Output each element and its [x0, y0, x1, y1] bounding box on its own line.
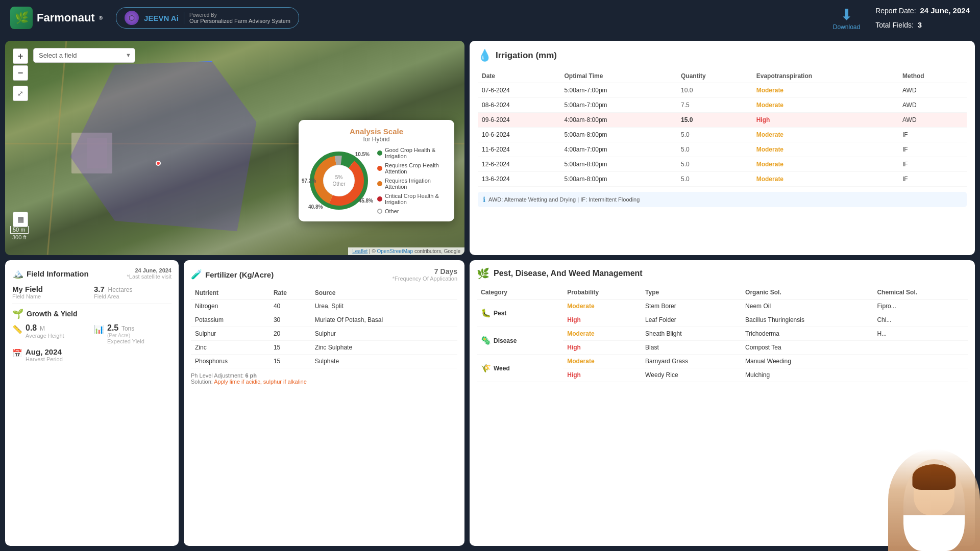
pest-organic: Mulching: [741, 368, 873, 382]
irr-evap: Moderate: [752, 142, 898, 157]
field-overlay: [66, 61, 260, 235]
map-panel: Analysis Scale for Hybrid: [5, 41, 464, 255]
analysis-title: Analysis Scale: [306, 127, 447, 136]
irrigation-header: 💧 Irrigation (mm): [478, 49, 967, 62]
donut-label-97: 97.2%: [302, 178, 316, 184]
irr-date: 07-6-2024: [478, 83, 560, 98]
pest-col-chemical: Chemical Sol.: [873, 286, 968, 299]
pest-icon: 🌿: [477, 267, 489, 280]
field-area-cell: 3.7 Hectares Field Area: [94, 285, 172, 299]
fert-source: Muriate Of Potash, Basal: [311, 313, 457, 327]
pest-panel: 🌿 Pest, Disease, And Weed Management Cat…: [470, 260, 975, 546]
download-icon: ⬇: [840, 6, 853, 23]
advisory-text: Our Personalized Farm Advisory System: [189, 18, 290, 24]
jeevn-text: JEEVN Ai: [144, 14, 179, 22]
pest-col-organic: Organic Sol.: [741, 286, 873, 299]
pest-type: Leaf Folder: [641, 313, 741, 327]
logo-reg: ®: [99, 15, 103, 21]
fert-source: Zinc Sulphate: [311, 341, 457, 355]
map-expand-btn[interactable]: ⤢: [13, 86, 28, 101]
logo-area: 🌿 Farmonaut ®: [10, 7, 103, 29]
irr-method: AWD: [898, 98, 967, 113]
jeevn-icon: ⬡: [125, 11, 139, 25]
irr-qty: 5.0: [677, 157, 752, 172]
powered-by: Powered By: [189, 12, 290, 18]
logo-icon: 🌿: [10, 7, 33, 29]
expected-yield-cell: 📊 2.5 Tons (Per Acre) Expected Yield: [94, 323, 172, 344]
legend-item-1: Good Crop Health & Irrigation: [377, 147, 447, 159]
irr-col-method: Method: [898, 69, 967, 83]
field-info-icon: 🏔️: [12, 268, 23, 279]
fert-freq: 7 Days *Frequency Of Application: [393, 267, 457, 282]
pest-type: Weedy Rice: [641, 368, 741, 382]
pest-chemical: [873, 341, 968, 355]
irr-evap: Moderate: [752, 98, 898, 113]
irr-col-evap: Evapotranspiration: [752, 69, 898, 83]
field-info-panel: 🏔️ Field Information 24 June, 2024 *Last…: [5, 260, 179, 546]
total-fields-label: Total Fields:: [875, 21, 914, 29]
irr-evap: Moderate: [752, 128, 898, 142]
download-area[interactable]: ⬇ Download: [833, 6, 860, 31]
main-content: Analysis Scale for Hybrid: [0, 36, 980, 551]
donut-label-10: 10.5%: [355, 152, 370, 157]
bottom-left: 🏔️ Field Information 24 June, 2024 *Last…: [5, 260, 464, 546]
analysis-legend: Good Crop Health & Irrigation Requires C…: [377, 147, 447, 214]
pest-organic: Neem Oil: [741, 299, 873, 313]
irr-method: IF: [898, 128, 967, 142]
table-row: Phosphorus 15 Sulphate: [191, 355, 457, 368]
legend-item-2: Requires Crop Health Attention: [377, 162, 447, 174]
fert-rate: 30: [270, 313, 311, 327]
fert-nutrient: Sulphur: [191, 327, 270, 341]
legend-item-5: Other: [377, 208, 447, 214]
map-zoom-out[interactable]: −: [13, 65, 28, 81]
irr-date: 10-6-2024: [478, 128, 560, 142]
fert-col-source: Source: [311, 287, 457, 299]
pest-chemical: Chl...: [873, 313, 968, 327]
analysis-popup: Analysis Scale for Hybrid: [299, 120, 454, 221]
pest-type: Sheath Blight: [641, 327, 741, 341]
pest-category: 🌾 Weed: [477, 355, 563, 382]
field-select[interactable]: Select a field: [33, 48, 135, 63]
fert-col-nutrient: Nutrient: [191, 287, 270, 299]
irr-evap: Moderate: [752, 172, 898, 187]
pest-category: 🦠 Disease: [477, 327, 563, 355]
field-name-label: Field Name: [12, 293, 90, 299]
fert-rate: 40: [270, 299, 311, 313]
table-row: 🐛 Pest Moderate Stem Borer Neem Oil Fipr…: [477, 299, 968, 313]
irrigation-icon: 💧: [478, 49, 492, 62]
irrigation-table: Date Optimal Time Quantity Evapotranspir…: [478, 69, 967, 187]
irrigation-panel: 💧 Irrigation (mm) Date Optimal Time Quan…: [470, 41, 975, 255]
pest-chemical: H...: [873, 327, 968, 341]
irr-time: 5:00am-8:00pm: [560, 172, 677, 187]
field-area-label: Field Area: [94, 293, 172, 299]
table-row: Potassium 30 Muriate Of Potash, Basal: [191, 313, 457, 327]
map-layers-btn[interactable]: ▦: [13, 212, 28, 227]
fert-nutrient: Nitrogen: [191, 299, 270, 313]
pest-type: Blast: [641, 341, 741, 355]
field-area-value: 3.7: [94, 285, 105, 293]
pest-type: Barnyard Grass: [641, 355, 741, 368]
pest-chemical: Fipro...: [873, 299, 968, 313]
donut-label-45: 45.8%: [359, 198, 373, 204]
fert-source: Urea, Split: [311, 299, 457, 313]
irr-method: IF: [898, 172, 967, 187]
map-zoom-in[interactable]: +: [13, 48, 28, 64]
fert-rate: 15: [270, 355, 311, 368]
irr-date: 12-6-2024: [478, 157, 560, 172]
expected-yield-label: Expected Yield: [107, 338, 144, 344]
harvest-value: Aug, 2024: [26, 347, 63, 356]
fert-nutrient: Zinc: [191, 341, 270, 355]
report-date-label: Report Date:: [875, 7, 916, 15]
irr-method: AWD: [898, 113, 967, 128]
pest-organic: Compost Tea: [741, 341, 873, 355]
fert-nutrient: Phosphorus: [191, 355, 270, 368]
legend-item-3: Requires Irrigation Attention: [377, 178, 447, 190]
field-select-container[interactable]: Select a field ▼: [33, 48, 135, 63]
avg-height-cell: 📏 0.8 M Average Height: [12, 323, 90, 344]
table-row: 🌾 Weed Moderate Barnyard Grass Manual We…: [477, 355, 968, 368]
irr-date: 13-6-2024: [478, 172, 560, 187]
ph-note: Ph Level Adjustment: 6 ph Solution: Appl…: [191, 372, 457, 385]
growth-icon: 🌱: [12, 308, 23, 319]
irr-qty: 15.0: [677, 113, 752, 128]
fert-rate: 20: [270, 327, 311, 341]
